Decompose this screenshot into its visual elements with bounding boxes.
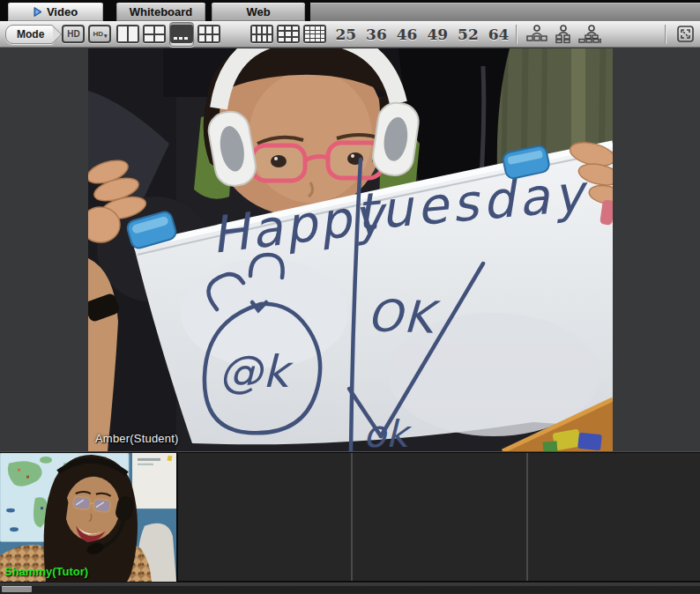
video-strip: Shammy(Tutor) [0,451,700,582]
video-toolbar: Mode HD HD▾ 25 36 46 49 52 64 [0,21,700,48]
empty-slot-row [178,453,700,581]
scrollbar-track[interactable] [0,586,700,593]
view-size-button-25[interactable]: 25 [335,26,356,43]
layout-2pane-icon [116,25,139,43]
board-poster [132,453,176,509]
student-name-label: Amber(Student) [95,432,179,445]
layout-speaker-icon [170,25,193,43]
tab-web[interactable]: Web [212,3,305,21]
layout-2pane-button[interactable] [116,23,139,46]
tutor-video-tile[interactable]: Shammy(Tutor) [0,453,176,582]
tab-web-label: Web [246,5,270,19]
mode-button-label: Mode [17,28,44,41]
bottom-scrollbar [0,582,700,594]
view-size-button-49[interactable]: 49 [427,26,448,43]
fullscreen-icon [677,26,694,42]
tab-whiteboard-label: Whiteboard [130,5,193,19]
layout-16grid-icon [303,25,326,43]
view-size-button-64[interactable]: 64 [488,26,510,43]
hd-icon: HD [62,25,85,43]
layout-6grid-button[interactable] [197,23,220,46]
tab-whiteboard[interactable]: Whiteboard [116,3,205,21]
slot-divider [526,453,528,581]
main-stage: Happy tuesday @k OK ok [0,48,700,451]
layout-9grid-button[interactable] [277,23,300,46]
view-size-button-52[interactable]: 52 [458,26,479,43]
slot-divider [351,453,353,581]
board-circled-ok: @k [219,346,294,397]
tab-video-label: Video [47,5,78,19]
board-ok-upper: OK [367,290,442,344]
fullscreen-button[interactable] [674,23,696,46]
layout-8grid-button[interactable] [250,23,273,46]
tab-video[interactable]: Video [8,3,103,21]
podium-6-students-button[interactable] [578,23,601,46]
layout-8grid-icon [250,25,273,43]
active-tab-arrow-icon [34,7,42,17]
view-size-button-36[interactable]: 36 [366,26,387,43]
hd-auto-icon: HD▾ [88,25,111,43]
layout-6grid-icon [197,25,220,43]
layout-1plus-strip-button[interactable] [224,23,247,46]
view-size-group: 25 36 46 49 52 64 [335,26,509,43]
podium-4-students-button[interactable] [552,23,575,46]
classroom-window: { "tabs": { "video": "Video", "whiteboar… [0,0,700,594]
student-video-scene: Happy tuesday @k OK ok [88,48,613,451]
podium-6-students-icon [578,25,601,43]
student-video-tile[interactable]: Happy tuesday @k OK ok [88,48,613,451]
podium-3-students-icon [525,25,548,43]
layout-speaker-button[interactable] [169,22,194,47]
podium-3-students-button[interactable] [525,23,548,46]
hd-auto-button[interactable]: HD▾ [88,23,111,46]
scrollbar-thumb[interactable] [2,586,32,592]
layout-9grid-icon [277,25,300,43]
board-ok-lower: ok [363,412,413,451]
tab-bar: Video Whiteboard Web [0,0,700,21]
view-size-button-46[interactable]: 46 [397,26,418,43]
hd-button[interactable]: HD [62,23,85,46]
mode-button[interactable]: Mode [5,25,54,44]
layout-16grid-button[interactable] [303,23,326,46]
podium-4-students-icon [553,25,574,43]
layout-4grid-icon [143,25,166,43]
tutor-name-label: Shammy(Tutor) [4,565,88,578]
layout-4grid-button[interactable] [143,23,166,46]
tutor-video-scene [0,453,176,582]
tab-strip-filler [310,3,700,21]
